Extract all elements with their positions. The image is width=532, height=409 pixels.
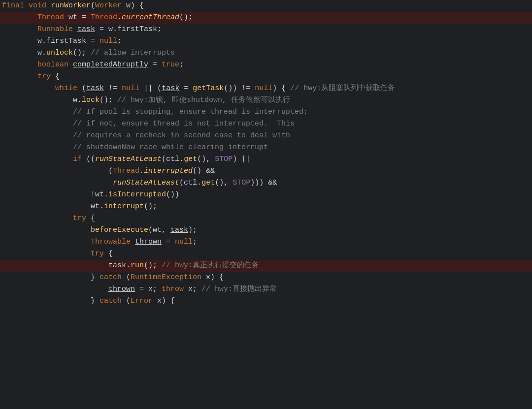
line-content: final void runWorker(Worker w) { [0, 0, 532, 11]
code-line: thrown = x; throw x; // hwy:直接抛出异常 [0, 283, 532, 295]
code-line: // if not, ensure thread is not interrup… [0, 118, 532, 130]
code-line: // If pool is stopping, ensure thread is… [0, 106, 532, 118]
line-content: Throwable thrown = null; [0, 236, 532, 248]
code-line: runStateAtLeast(ctl.get(), STOP))) && [0, 177, 532, 189]
line-content: try { [0, 71, 532, 82]
line-content: // requires a recheck in second case to … [0, 130, 532, 141]
code-line: w.lock(); // hwy:加锁, 即使shutdown, 任务依然可以执… [0, 94, 532, 106]
line-content: } catch (Error x) { [0, 295, 532, 307]
code-line: try { [0, 248, 532, 260]
line-content: // If pool is stopping, ensure thread is… [0, 106, 532, 118]
code-line: } catch (RuntimeException x) { [0, 272, 532, 283]
code-line: final void runWorker(Worker w) { [0, 0, 532, 12]
line-content: runStateAtLeast(ctl.get(), STOP))) && [0, 177, 532, 189]
code-line: w.unlock(); // allow interrupts [0, 47, 532, 59]
code-line: Thread wt = Thread.currentThread(); [0, 12, 532, 24]
code-editor: final void runWorker(Worker w) { Thread … [0, 0, 532, 409]
code-line: if ((runStateAtLeast(ctl.get(), STOP) || [0, 154, 532, 165]
code-line: (Thread.interrupted() && [0, 165, 532, 177]
line-content: w.unlock(); // allow interrupts [0, 47, 532, 59]
code-line: try { [0, 71, 532, 83]
line-content: thrown = x; throw x; // hwy:直接抛出异常 [0, 283, 532, 295]
line-content: w.lock(); // hwy:加锁, 即使shutdown, 任务依然可以执… [0, 94, 532, 106]
line-content: while (task != null || (task = getTask()… [0, 83, 532, 94]
code-line: beforeExecute(wt, task); [0, 224, 532, 236]
code-line: !wt.isInterrupted()) [0, 189, 532, 201]
line-content: try { [0, 213, 532, 224]
line-content: try { [0, 248, 532, 259]
code-line: task.run(); // hwy:真正执行提交的任务 [0, 260, 532, 272]
line-content: } catch (RuntimeException x) { [0, 272, 532, 283]
code-line: // shutdownNow race while clearing inter… [0, 142, 532, 154]
code-line: wt.interrupt(); [0, 201, 532, 213]
code-line: w.firstTask = null; [0, 35, 532, 47]
code-line: } catch (Error x) { [0, 295, 532, 307]
line-content: // if not, ensure thread is not interrup… [0, 118, 532, 129]
code-line: Runnable task = w.firstTask; [0, 24, 532, 35]
line-content: // shutdownNow race while clearing inter… [0, 142, 532, 153]
code-line: // requires a recheck in second case to … [0, 130, 532, 142]
line-content: task.run(); // hwy:真正执行提交的任务 [0, 260, 532, 271]
code-line: while (task != null || (task = getTask()… [0, 83, 532, 94]
line-content: w.firstTask = null; [0, 35, 532, 47]
line-content: Thread wt = Thread.currentThread(); [0, 12, 532, 23]
code-line: try { [0, 213, 532, 224]
line-content: beforeExecute(wt, task); [0, 224, 532, 236]
line-content: if ((runStateAtLeast(ctl.get(), STOP) || [0, 154, 532, 165]
line-content: !wt.isInterrupted()) [0, 189, 532, 200]
line-content: wt.interrupt(); [0, 201, 532, 212]
line-content: (Thread.interrupted() && [0, 165, 532, 177]
code-line: Throwable thrown = null; [0, 236, 532, 248]
line-content: Runnable task = w.firstTask; [0, 24, 532, 35]
code-line: boolean completedAbruptly = true; [0, 59, 532, 71]
line-content: boolean completedAbruptly = true; [0, 59, 532, 70]
